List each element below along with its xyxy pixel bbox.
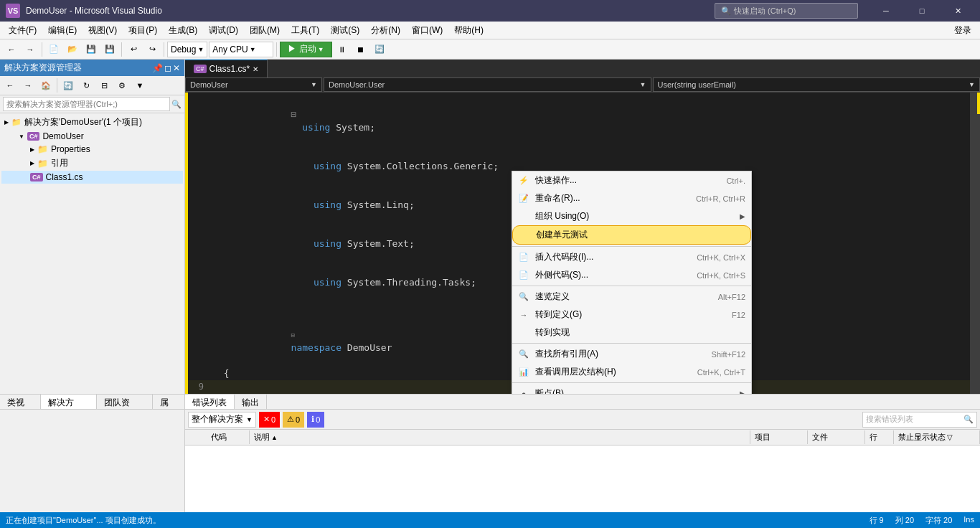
class1-node[interactable]: C# Class1.cs [1,171,183,184]
class1-tab[interactable]: C# Class1.cs* ✕ [185,60,268,77]
line-col-header[interactable]: 行 [865,430,894,444]
ctx-rename[interactable]: 📝 重命名(R)... Ctrl+R, Ctrl+R [512,189,751,207]
properties-node[interactable]: ▶ 📁 Properties [1,143,183,156]
error-list-tab[interactable]: 错误列表 [185,395,235,409]
error-search-icon[interactable]: 🔍 [963,415,974,424]
ctx-insert-snippet[interactable]: 📄 插入代码段(I)... Ctrl+K, Ctrl+X [512,248,751,266]
save-all-btn[interactable]: 💾 [101,42,118,57]
solution-icon: 📁 [11,118,22,127]
team-resources-tab[interactable]: 团队资源... [97,395,153,409]
menu-help[interactable]: 帮助(H) [448,22,489,39]
tree-view: ▶ 📁 解决方案'DemoUser'(1 个项目) ▼ C# DemoUser … [0,113,184,394]
open-btn[interactable]: 📂 [64,42,81,57]
sort-icon: ▲ [271,434,278,441]
menu-edit[interactable]: 编辑(E) [42,22,83,39]
nav-middle-dropdown[interactable]: DemoUser.User ▼ [324,77,651,92]
solution-node[interactable]: ▶ 📁 解决方案'DemoUser'(1 个项目) [1,115,183,130]
ctx-goto-impl[interactable]: 转到实现 [512,324,751,341]
menu-project[interactable]: 项目(P) [123,22,163,39]
filter-btn[interactable]: ▼ [131,77,149,93]
ctx-call-hierarchy[interactable]: 📊 查看调用层次结构(H) Ctrl+K, Ctrl+T [512,363,751,381]
refresh-btn[interactable]: ↻ [77,77,95,93]
menu-analyze[interactable]: 分析(N) [365,22,406,39]
properties-tab[interactable]: 属性 [153,395,185,409]
menu-debug[interactable]: 调试(D) [203,22,244,39]
tab-close-icon[interactable]: ✕ [253,65,258,73]
minimize-button[interactable]: ─ [870,0,903,22]
suppress-col-header[interactable]: 禁止显示状态 ▽ [894,430,980,444]
hierarchy-icon: 📊 [518,367,529,378]
ctx-quick-actions[interactable]: ⚡ 快速操作... Ctrl+. [512,171,751,189]
ctx-find-refs[interactable]: 🔍 查找所有引用(A) Shift+F12 [512,345,751,363]
sync-btn[interactable]: 🔄 [60,77,77,93]
nav-back-btn[interactable]: ← [1,77,19,93]
sidebar-search-input[interactable] [3,97,170,111]
sidebar-pin-icon[interactable]: 📌 [152,63,163,73]
csharp-icon: C# [27,132,40,141]
menu-view[interactable]: 视图(V) [83,22,123,39]
error-search-area: 搜索错误列表 🔍 [862,412,977,428]
output-tab[interactable]: 输出 [235,395,267,409]
editor-scrollbar[interactable]: 💡 [970,93,980,394]
file-col-header[interactable]: 文件 [808,430,865,444]
start-button[interactable]: ▶ 启动 ▼ [280,42,331,57]
ctx-goto-definition[interactable]: → 转到定义(G) F12 [512,306,751,324]
status-right: 行 9 列 20 字符 20 Ins [870,515,974,526]
nav-fwd-btn[interactable]: → [19,77,37,93]
platform-dropdown[interactable]: Any CPU ▼ [209,42,273,57]
sidebar-close-icon[interactable]: ✕ [173,63,180,73]
project-node[interactable]: ▼ C# DemoUser [1,130,183,143]
filter-dropdown[interactable]: 整个解决方案 ▼ [188,412,256,428]
back-btn[interactable]: ← [3,42,20,57]
main-content: 解决方案资源管理器 📌 ◻ ✕ ← → 🏠 🔄 ↻ ⊟ ⚙ ▼ [0,60,980,394]
main-toolbar: ← → 📄 📂 💾 💾 ↩ ↪ Debug ▼ Any CPU ▼ ▶ 启动 ▼… [0,39,980,60]
fwd-btn[interactable]: → [22,42,39,57]
error-filter-btn[interactable]: ✕ 0 [259,412,280,428]
search-icon: 🔍 [171,100,182,109]
solution-explorer: 解决方案资源管理器 📌 ◻ ✕ ← → 🏠 🔄 ↻ ⊟ ⚙ ▼ [0,60,185,394]
info-filter-btn[interactable]: ℹ 0 [307,412,324,428]
menu-tools[interactable]: 工具(T) [286,22,325,39]
ctx-breakpoint[interactable]: ● 断点(B) ▶ [512,385,751,394]
close-button[interactable]: ✕ [941,0,974,22]
collapse-btn[interactable]: ⊟ [95,77,113,93]
error-list-header: 代码 说明 ▲ 项目 文件 行 禁止显示状态 ▽ [185,430,980,446]
save-btn[interactable]: 💾 [83,42,100,57]
nav-left-dropdown[interactable]: DemoUser ▼ [185,77,322,92]
undo-btn[interactable]: ↩ [125,42,142,57]
ctx-sep2 [512,286,751,286]
warning-filter-btn[interactable]: ⚠ 0 [283,412,304,428]
class-view-tab[interactable]: 类视图 [0,395,41,409]
redo-btn[interactable]: ↪ [143,42,161,57]
ctx-organize-using[interactable]: 组织 Using(O) ▶ [512,207,751,225]
props-btn[interactable]: ⚙ [113,77,131,93]
debug-mode-dropdown[interactable]: Debug ▼ [167,42,207,57]
pause-btn[interactable]: ⏸ [334,42,351,57]
project-col-header[interactable]: 项目 [750,430,808,444]
code-col-header[interactable]: 代码 [207,430,250,444]
references-node[interactable]: ▶ 📁 引用 [1,156,183,171]
class1-icon: C# [30,173,43,182]
ns-collapse-icon[interactable]: ⊟ [291,331,295,339]
restart-btn[interactable]: 🔄 [371,42,388,57]
stop-btn[interactable]: ⏹ [352,42,369,57]
menu-build[interactable]: 生成(B) [163,22,203,39]
ctx-surround-with[interactable]: 📄 外侧代码(S)... Ctrl+K, Ctrl+S [512,266,751,284]
ctx-create-unit-test[interactable]: 创建单元测试 [512,225,751,245]
solution-tab[interactable]: 解决方案... [41,395,97,409]
new-btn[interactable]: 📄 [45,42,62,57]
menu-test[interactable]: 测试(S) [325,22,365,39]
login-button[interactable]: 登录 [948,23,977,38]
home-btn[interactable]: 🏠 [37,77,55,93]
window-controls: ─ □ ✕ [870,0,974,22]
solution-label: 解决方案'DemoUser'(1 个项目) [24,116,142,128]
maximize-button[interactable]: □ [905,0,938,22]
nav-right-dropdown[interactable]: User(string userEmail) ▼ [653,77,981,92]
menu-window[interactable]: 窗口(W) [406,22,448,39]
desc-col-header[interactable]: 说明 ▲ [250,430,750,444]
menu-team[interactable]: 团队(M) [244,22,286,39]
sidebar-float-icon[interactable]: ◻ [164,63,171,73]
menu-file[interactable]: 文件(F) [3,22,42,39]
ctx-peek-definition[interactable]: 🔍 速览定义 Alt+F12 [512,288,751,306]
collapse-icon[interactable]: ⊟ [291,109,297,120]
